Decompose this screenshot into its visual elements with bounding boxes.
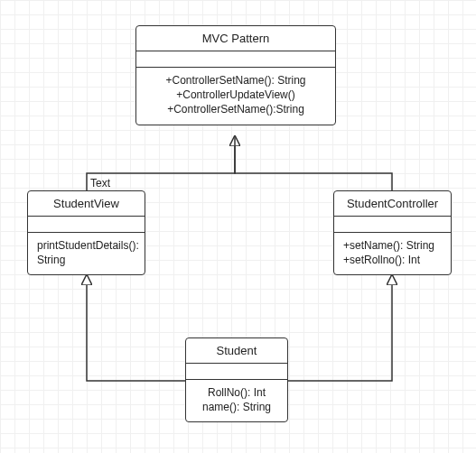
class-title: StudentView [28, 191, 145, 217]
class-student-view[interactable]: StudentView printStudentDetails(): Strin… [27, 190, 145, 275]
operation: +ControllerUpdateView() [145, 88, 326, 102]
operation: RollNo(): Int [195, 385, 278, 400]
class-attributes [28, 217, 145, 233]
operation: +setName(): String [343, 238, 442, 253]
class-title: StudentController [334, 191, 451, 217]
class-operations: RollNo(): Int name(): String [186, 380, 287, 421]
operation: +ControllerSetName(): String [145, 73, 326, 88]
operation: name(): String [195, 400, 278, 414]
class-operations: printStudentDetails(): String [28, 233, 145, 274]
class-title: Student [186, 338, 287, 364]
class-attributes [136, 51, 335, 68]
operation: String [37, 253, 135, 267]
class-mvc-pattern[interactable]: MVC Pattern +ControllerSetName(): String… [135, 25, 336, 125]
class-title: MVC Pattern [136, 26, 335, 51]
diagram-canvas: MVC Pattern +ControllerSetName(): String… [0, 0, 476, 453]
class-student-controller[interactable]: StudentController +setName(): String +se… [333, 190, 452, 275]
class-attributes [334, 217, 451, 233]
operation: +setRollno(): Int [343, 253, 442, 267]
class-student[interactable]: Student RollNo(): Int name(): String [185, 337, 288, 422]
operation: printStudentDetails(): [37, 238, 135, 253]
class-attributes [186, 364, 287, 380]
connector-label-text: Text [90, 177, 110, 190]
class-operations: +setName(): String +setRollno(): Int [334, 233, 451, 274]
operation: +ControllerSetName():String [145, 102, 326, 116]
class-operations: +ControllerSetName(): String +Controller… [136, 68, 335, 125]
